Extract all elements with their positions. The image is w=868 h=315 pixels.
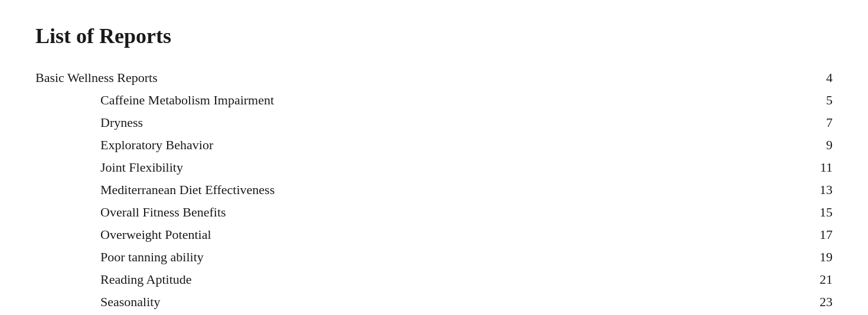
toc-label: Dryness: [35, 115, 143, 130]
toc-item: Mediterranean Diet Effectiveness13: [35, 179, 833, 201]
toc-label: Joint Flexibility: [35, 160, 183, 175]
toc-item: Joint Flexibility11: [35, 156, 833, 179]
toc-label: Caffeine Metabolism Impairment: [35, 93, 274, 108]
toc-page-number: 4: [826, 70, 833, 86]
toc-item: Dryness7: [35, 111, 833, 134]
toc-label: Overall Fitness Benefits: [35, 205, 226, 220]
toc-item: Reading Aptitude21: [35, 268, 833, 291]
toc-label: Poor tanning ability: [35, 250, 204, 265]
toc-page-number: 23: [820, 294, 833, 310]
toc-label: Basic Wellness Reports: [35, 70, 158, 86]
toc-label: Mediterranean Diet Effectiveness: [35, 182, 275, 198]
toc-page-number: 19: [820, 250, 833, 265]
toc-item: Seasonality23: [35, 291, 833, 313]
toc-item: Overall Fitness Benefits15: [35, 201, 833, 224]
toc-label: Seasonality: [35, 294, 160, 310]
toc-page-number: 9: [826, 137, 833, 153]
toc-page-number: 21: [820, 272, 833, 287]
toc-item: Caffeine Metabolism Impairment5: [35, 89, 833, 111]
toc-section: Basic Wellness Reports4: [35, 67, 833, 89]
toc-label: Overweight Potential: [35, 227, 211, 242]
toc-page-number: 13: [820, 182, 833, 198]
toc-item: Poor tanning ability19: [35, 246, 833, 268]
toc-label: Reading Aptitude: [35, 272, 192, 287]
toc-item: Exploratory Behavior9: [35, 134, 833, 156]
toc-page-number: 5: [826, 93, 833, 108]
toc-label: Exploratory Behavior: [35, 137, 213, 153]
toc-page-number: 17: [820, 227, 833, 242]
toc-page-number: 7: [826, 115, 833, 130]
toc-container: Basic Wellness Reports4Caffeine Metaboli…: [35, 67, 833, 313]
page-title: List of Reports: [35, 24, 833, 49]
toc-item: Overweight Potential17: [35, 224, 833, 246]
toc-page-number: 11: [820, 160, 833, 175]
toc-page-number: 15: [820, 205, 833, 220]
